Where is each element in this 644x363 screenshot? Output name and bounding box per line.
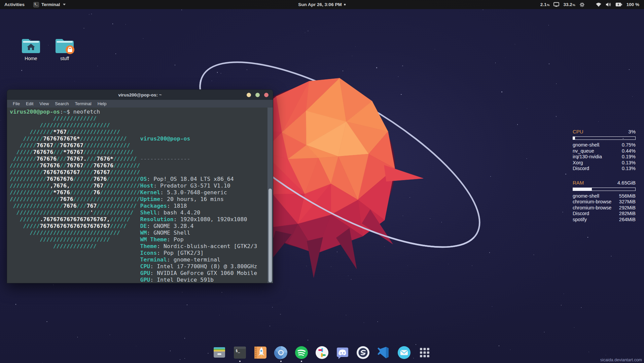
neofetch-field: Resolution: 1920x1080, 1920x1080 [140,216,257,223]
process-row: gnome-shell556MiB [573,193,636,199]
menu-file[interactable]: File [10,100,23,107]
running-indicator-dot [301,361,302,362]
terminal-app-icon: $_ [33,2,39,7]
cpu-usage-value: 2.1 [540,2,547,7]
activities-label: Activities [4,2,25,7]
neofetch-field: Theme: Nordic-bluish-accent [GTK2/3 [140,243,257,250]
cpu-usage-indicator[interactable]: 2.1 % [540,2,550,7]
wifi-icon[interactable] [596,2,602,7]
ram-process-list: gnome-shell556MiBchromium-browse327MiBch… [573,193,636,223]
neofetch-field: Shell: bash 4.4.20 [140,209,257,216]
dock-item-files[interactable] [212,345,227,362]
gear-icon[interactable] [579,2,585,7]
minimize-button[interactable] [247,93,251,97]
menu-edit[interactable]: Edit [23,100,36,107]
ram-total-value: 4.65GiB [617,180,636,186]
neofetch-ascii-logo: ///////////// ///////////////////// ////… [10,115,140,283]
battery-percentage: 100 % [627,2,639,7]
wallpaper-watermark: sicaida.deviantart.com [600,358,642,362]
terminal-content[interactable]: virus200@pop-os:~$ neofetch ////////////… [7,108,273,283]
neofetch-field: GPU: Intel Device 591b [140,277,257,283]
dock-item-spotify[interactable] [294,345,309,362]
dock-item-pop-shop[interactable] [253,345,268,362]
running-indicator-dot [321,361,323,362]
running-indicator-dot [219,361,220,362]
percent-sign: % [547,3,549,7]
cpu-usage-bar [573,136,636,140]
desktop-icon-stuff[interactable]: stuff [51,38,78,61]
neofetch-field: Icons: Pop [GTK2/3] [140,250,257,256]
battery-icon[interactable] [615,2,622,7]
running-indicator-dot [424,361,425,362]
chevron-down-icon [63,4,66,5]
neofetch-field: Packages: 1818 [140,203,257,209]
desktop-icon-label: stuff [51,56,78,61]
geary-icon [397,345,412,360]
percent-sign: % [573,3,575,7]
spotify-icon [294,345,309,360]
clock-menu[interactable]: Sun Apr 26, 3:06 PM [298,0,346,9]
neofetch-field: Host: Predator G3-571 V1.10 [140,183,257,189]
lock-emblem-icon [66,45,74,54]
slack-icon [315,345,329,360]
dock-item-slack[interactable] [315,345,329,362]
neofetch-field: WM: GNOME Shell [140,230,257,236]
command-text: neofetch [73,109,100,115]
command-line: virus200@pop-os:~$ neofetch [10,109,265,115]
running-indicator-dot [403,361,405,362]
ram-section-label: RAM [573,180,584,186]
menu-help[interactable]: Help [95,100,110,107]
dock-item-vscode[interactable] [376,345,391,362]
desktop-icon-home[interactable]: Home [17,38,44,61]
system-monitor-widget: CPU 3% gnome-shell0.75%nv_queue0.44%irq/… [573,129,636,223]
top-bar: Activities $_ Terminal Sun Apr 26, 3:06 … [0,0,644,9]
dock-item-show-apps[interactable] [417,345,432,362]
app-menu-terminal[interactable]: $_ Terminal [29,0,70,9]
maximize-button[interactable] [255,93,260,97]
process-row: Discord0.13% [573,166,636,172]
dock-item-station[interactable] [356,345,370,362]
vscode-icon [376,345,391,360]
activities-button[interactable]: Activities [0,0,29,9]
dock-item-terminal[interactable]: $_ [232,345,247,362]
cpu-section-label: CPU [573,129,583,134]
process-row: chromium-browse327MiB [573,199,636,205]
dock-item-discord[interactable] [335,345,350,362]
volume-icon[interactable] [606,2,611,7]
locked-folder-icon [55,38,74,54]
process-row: spotify264MiB [573,217,636,223]
chromium-icon [274,345,288,360]
neofetch-separator: --------------- [140,156,257,162]
menu-view[interactable]: View [36,100,52,107]
neofetch-fields: OS: Pop!_OS 18.04 LTS x86_64Host: Predat… [140,176,257,283]
dock-item-geary[interactable] [397,345,412,362]
neofetch-field: Kernel: 5.3.0-7648-generic [140,189,257,196]
memory-usage-indicator[interactable]: 33.2 % [563,2,575,7]
running-indicator-dot [342,361,343,362]
scrollbar-track[interactable] [267,108,273,283]
process-row: Discord282MiB [573,211,636,217]
home-folder-icon [21,38,41,54]
discord-icon [335,345,350,360]
clock-label: Sun Apr 26, 3:06 PM [298,2,342,7]
process-row: Xorg0.13% [573,160,636,166]
menu-search[interactable]: Search [52,100,72,107]
window-title: virus200@pop-os: ~ [7,92,273,97]
neofetch-field: Uptime: 20 hours, 16 mins [140,196,257,203]
neofetch-field: CPU: Intel i7-7700HQ (8) @ 3.800GHz [140,263,257,270]
running-indicator-dot [239,361,241,362]
neofetch-field: GPU: NVIDIA GeForce GTX 1060 Mobile [140,270,257,277]
memory-usage-value: 33.2 [563,2,572,7]
running-indicator-dot [280,361,282,362]
ram-usage-bar [573,188,636,191]
running-indicator-dot [260,361,261,362]
scrollbar-thumb[interactable] [269,189,272,282]
desktop-icons: Home stuff [17,38,78,61]
menu-terminal[interactable]: Terminal [72,100,95,107]
svg-text:$_: $_ [236,349,240,353]
close-button[interactable] [264,93,269,97]
neofetch-title: virus200@pop-os [140,135,257,142]
pop-shop-icon [253,345,268,360]
window-titlebar[interactable]: virus200@pop-os: ~ [7,90,273,100]
dock-item-chromium[interactable] [274,345,288,362]
